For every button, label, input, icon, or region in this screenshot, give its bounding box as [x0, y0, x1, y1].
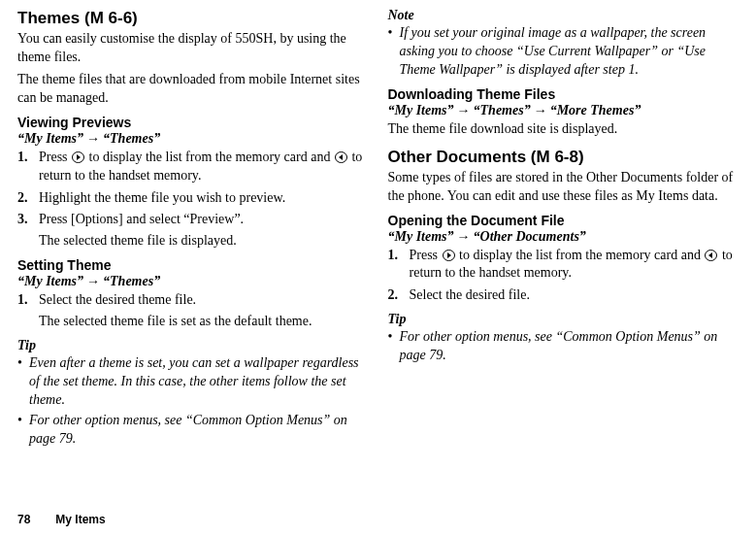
- step-body: Highlight the theme file you wish to pre…: [39, 189, 369, 208]
- path-segment: “Other Documents”: [474, 229, 586, 244]
- step-item: 2. Select the desired file.: [388, 286, 740, 305]
- subhead-opening-doc: Opening the Document File: [388, 213, 740, 228]
- tip-text: Even after a theme is set, you can set a…: [29, 354, 369, 410]
- page-footer: 78My Items: [17, 513, 106, 526]
- steps-list: 1. Press to display the list from the me…: [17, 149, 369, 251]
- intro-paragraph: The theme files that are downloaded from…: [17, 71, 369, 108]
- path-segment: “Themes”: [474, 103, 531, 117]
- step-number: 2.: [17, 189, 39, 208]
- bullet-icon: •: [388, 24, 400, 80]
- heading-code: (M 6-8): [526, 148, 584, 166]
- step-number: 2.: [388, 286, 410, 305]
- heading-text: Other Documents: [388, 148, 527, 166]
- step-body: Press to display the list from the memor…: [39, 149, 369, 185]
- tip-item: • For other option menus, see “Common Op…: [17, 412, 369, 449]
- arrow-icon: →: [83, 131, 103, 146]
- body-paragraph: The theme file download site is displaye…: [388, 120, 740, 139]
- bullet-icon: •: [17, 412, 29, 449]
- tip-heading: Tip: [388, 312, 740, 327]
- body-paragraph: Some types of files are stored in the Ot…: [388, 169, 740, 206]
- step-body: Press [Options] and select “Preview”. Th…: [39, 211, 369, 251]
- step-body: Select the desired theme file. The selec…: [39, 291, 369, 331]
- step-item: 3. Press [Options] and select “Preview”.…: [17, 211, 369, 251]
- step-item: 2. Highlight the theme file you wish to …: [17, 189, 369, 208]
- tip-item: • Even after a theme is set, you can set…: [17, 354, 369, 410]
- tip-text: For other option menus, see “Common Opti…: [400, 328, 740, 365]
- footer-section: My Items: [55, 513, 105, 526]
- note-item: • If you set your original image as a wa…: [388, 24, 740, 80]
- bullet-icon: •: [388, 328, 400, 365]
- page-number: 78: [17, 513, 30, 526]
- bullet-icon: •: [17, 354, 29, 410]
- subhead-setting-theme: Setting Theme: [17, 257, 369, 273]
- heading-themes: Themes (M 6-6): [17, 8, 369, 28]
- heading-other-documents: Other Documents (M 6-8): [388, 147, 740, 167]
- note-text: If you set your original image as a wall…: [400, 24, 740, 80]
- nav-path: “My Items”→“Themes”: [17, 274, 369, 289]
- note-list: • If you set your original image as a wa…: [388, 24, 740, 80]
- path-segment: “My Items”: [17, 131, 83, 146]
- left-column: Themes (M 6-6) You can easily customise …: [17, 8, 369, 451]
- tip-item: • For other option menus, see “Common Op…: [388, 328, 740, 365]
- path-segment: “More Themes”: [550, 103, 641, 117]
- path-segment: “My Items”: [17, 274, 83, 288]
- intro-paragraph: You can easily customise the display of …: [17, 30, 369, 67]
- right-column: Note • If you set your original image as…: [388, 8, 740, 451]
- nav-path: “My Items”→“Themes”: [17, 131, 369, 147]
- path-segment: “Themes”: [103, 274, 160, 288]
- step-item: 1. Press to display the list from the me…: [17, 149, 369, 185]
- step-number: 3.: [17, 211, 39, 251]
- step-number: 1.: [17, 291, 39, 331]
- note-heading: Note: [388, 8, 740, 23]
- tip-text: For other option menus, see “Common Opti…: [29, 412, 369, 449]
- step-body: Select the desired file.: [410, 286, 740, 305]
- right-key-icon: [72, 151, 84, 163]
- subhead-downloading: Downloading Theme Files: [388, 86, 740, 102]
- left-key-icon: [705, 250, 717, 261]
- path-segment: “My Items”: [388, 103, 454, 117]
- left-key-icon: [335, 151, 347, 163]
- nav-path: “My Items”→“Other Documents”: [388, 229, 740, 245]
- steps-list: 1. Select the desired theme file. The se…: [17, 291, 369, 331]
- steps-list: 1. Press to display the list from the me…: [388, 247, 740, 306]
- step-sub: The selected theme file is set as the de…: [39, 313, 369, 331]
- path-segment: “Themes”: [103, 131, 160, 146]
- arrow-icon: →: [454, 229, 474, 244]
- arrow-icon: →: [83, 274, 103, 288]
- step-item: 1. Press to display the list from the me…: [388, 247, 740, 284]
- step-number: 1.: [17, 149, 39, 185]
- heading-code: (M 6-6): [80, 9, 138, 27]
- arrow-icon: →: [531, 103, 550, 117]
- tip-heading: Tip: [17, 338, 369, 353]
- subhead-viewing-previews: Viewing Previews: [17, 115, 369, 130]
- right-key-icon: [443, 250, 455, 261]
- tip-list: • Even after a theme is set, you can set…: [17, 354, 369, 448]
- nav-path: “My Items”→“Themes”→“More Themes”: [388, 103, 740, 118]
- step-body: Press to display the list from the memor…: [410, 247, 740, 284]
- heading-text: Themes: [17, 9, 80, 27]
- step-sub: The selected theme file is displayed.: [39, 232, 369, 251]
- tip-list: • For other option menus, see “Common Op…: [388, 328, 740, 365]
- path-segment: “My Items”: [388, 229, 454, 244]
- step-item: 1. Select the desired theme file. The se…: [17, 291, 369, 331]
- arrow-icon: →: [454, 103, 474, 117]
- step-number: 1.: [388, 247, 410, 284]
